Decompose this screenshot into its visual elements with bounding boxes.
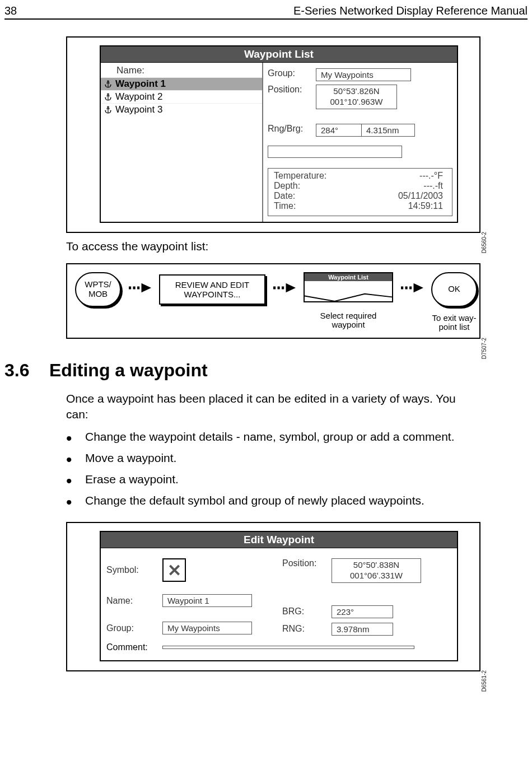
doc-title: E-Series Networked Display Reference Man… [293,4,528,17]
position-line-2: 001°06'.331W [350,571,403,580]
bullet-list: Change the waypoint details - name, symb… [66,430,480,507]
comment-field[interactable] [162,646,414,649]
waypoint-name: Waypoint 2 [115,91,162,102]
position-line-2: 001°10'.963W [330,97,383,106]
figure-code: D6561-2 [481,670,487,692]
group-field[interactable]: My Waypoints [162,622,252,634]
list-item[interactable]: Waypoint 1 [101,77,262,90]
name-column-header: Name: [101,64,262,77]
empty-field [268,146,402,158]
bullet-item: Change the waypoint details - name, symb… [66,430,480,444]
position-value: 50°53'.826N 001°10'.963W [316,85,397,109]
symbol-field[interactable]: ✕ [162,558,186,582]
ok-caption: To exit way- point list [432,314,476,332]
brg-label: BRG: [282,606,327,617]
figure-code: D6560-2 [481,232,487,253]
position-label: Position: [268,85,312,95]
group-label: Group: [268,68,312,78]
time-value: 14:59:11 [408,201,443,211]
symbol-label: Symbol: [106,565,158,575]
waypoint-name-list: Name: Waypoint 1 Waypoint 2 Waypoint 3 [101,63,263,222]
position-line-1: 50°50'.838N [353,560,399,570]
anchor-icon [104,80,112,88]
waypoint-list-panel: Waypoint List Name: Waypoint 1 Waypoint … [100,45,458,223]
comment-label: Comment: [106,642,158,652]
section-intro: Once a waypoint has been placed it can b… [66,391,480,423]
list-item[interactable]: Waypoint 3 [101,103,262,116]
bullet-item: Erase a waypoint. [66,473,480,486]
waypoint-details: Group: My Waypoints Position: 50°53'.826… [263,63,457,222]
waypoint-name: Waypoint 3 [115,104,162,115]
anchor-icon [104,92,112,101]
button-label: WPTS/ MOB [85,280,111,298]
button-label: REVIEW AND EDIT WAYPOINTS... [160,280,264,299]
arrow-icon [129,282,151,293]
figure-waypoint-list: Waypoint List Name: Waypoint 1 Waypoint … [66,36,480,233]
wpts-mob-button[interactable]: WPTS/ MOB [75,272,121,307]
date-value: 05/11/2003 [398,191,443,201]
position-field[interactable]: 50°50'.838N 001°06'.331W [332,558,421,583]
page-header: 38 E-Series Networked Display Reference … [4,4,528,20]
brg-field[interactable]: 223° [332,605,393,618]
position-line-1: 50°53'.826N [333,86,379,96]
depth-value: ---.-ft [423,181,443,191]
waypoint-extra-info: Temperature: ---.-°F Depth: ---.-ft Date… [268,168,452,216]
panel-title: Edit Waypoint [101,532,457,548]
bullet-item: Change the default symbol and group of n… [66,494,480,507]
section-heading: 3.6 Editing a waypoint [4,360,528,381]
bullet-item: Move a waypoint. [66,451,480,465]
ok-button[interactable]: OK [431,272,477,307]
rng-label: RNG: [282,624,327,634]
temperature-label: Temperature: [274,171,352,181]
group-value: My Waypoints [316,68,411,81]
waypoint-name: Waypoint 1 [115,78,166,90]
group-label: Group: [106,623,158,633]
rngbrg-label: Rng/Brg: [268,124,312,134]
cross-icon: ✕ [167,561,181,580]
name-field[interactable]: Waypoint 1 [162,594,252,607]
date-label: Date: [274,191,352,201]
list-item[interactable]: Waypoint 2 [101,90,262,103]
mini-waypoint-list-window: Waypoint List [304,272,393,305]
arrow-icon [401,282,423,293]
rng-field[interactable]: 3.978nm [332,623,393,636]
button-label: OK [448,284,460,294]
mini-window-title: Waypoint List [304,272,393,281]
anchor-icon [104,105,112,114]
edit-waypoint-panel: Edit Waypoint Symbol: ✕ Name: Waypoint 1… [100,531,458,661]
arrow-icon [273,282,296,293]
time-label: Time: [274,201,352,211]
section-title: Editing a waypoint [49,360,208,381]
range-value: 4.315nm [362,124,415,137]
figure-access-flow: WPTS/ MOB REVIEW AND EDIT WAYPOINTS... W… [66,263,480,339]
review-edit-button[interactable]: REVIEW AND EDIT WAYPOINTS... [159,274,265,305]
panel-title: Waypoint List [101,46,457,63]
name-label: Name: [106,596,158,606]
access-text: To access the waypoint list: [66,240,480,253]
depth-label: Depth: [274,181,352,191]
section-number: 3.6 [4,360,38,381]
select-caption: Select required waypoint [304,311,393,330]
position-label: Position: [282,558,327,568]
bearing-value: 284° [316,124,362,137]
figure-edit-waypoint: Edit Waypoint Symbol: ✕ Name: Waypoint 1… [66,522,480,671]
page-number: 38 [4,4,17,17]
temperature-value: ---.-°F [419,171,443,181]
figure-code: D7507-2 [481,338,487,359]
